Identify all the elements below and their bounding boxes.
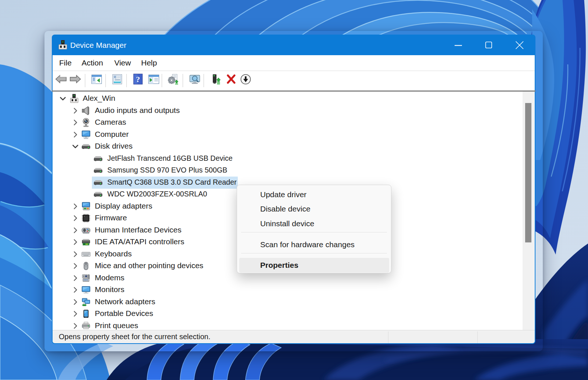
svg-text:?: ?: [136, 75, 140, 84]
